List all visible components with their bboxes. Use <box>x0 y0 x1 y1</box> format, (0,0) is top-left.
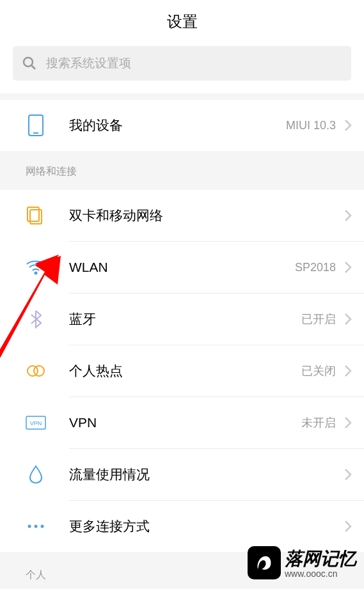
row-value: 未开启 <box>301 415 336 430</box>
chevron-right-icon <box>344 467 352 482</box>
row-value: SP2018 <box>295 261 336 274</box>
wlan-row[interactable]: WLAN SP2018 <box>0 242 364 293</box>
watermark-title: 落网记忆 <box>285 547 356 571</box>
watermark-url: www.oooc.cn <box>285 569 356 579</box>
search-container: 搜索系统设置项 <box>0 40 364 93</box>
hotspot-icon <box>26 361 46 381</box>
chevron-right-icon <box>344 416 352 430</box>
vpn-icon: VPN <box>26 412 46 433</box>
svg-point-8 <box>34 366 44 376</box>
svg-text:VPN: VPN <box>30 420 42 427</box>
row-label: 我的设备 <box>69 116 286 134</box>
svg-line-1 <box>32 66 36 70</box>
svg-point-12 <box>35 525 38 528</box>
data-usage-row[interactable]: 流量使用情况 <box>0 449 364 500</box>
device-section: 我的设备 MIUI 10.3 <box>0 100 364 151</box>
network-section-header: 网络和连接 <box>0 151 364 190</box>
watermark-text: 落网记忆 www.oooc.cn <box>285 547 356 579</box>
svg-point-6 <box>35 272 37 274</box>
watermark: 落网记忆 www.oooc.cn <box>248 546 356 579</box>
water-drop-icon <box>26 464 46 485</box>
watermark-logo-icon <box>248 546 281 579</box>
search-placeholder: 搜索系统设置项 <box>46 55 131 72</box>
bluetooth-icon <box>26 309 46 329</box>
wifi-icon <box>26 257 46 278</box>
row-label: 蓝牙 <box>69 310 301 328</box>
device-icon <box>26 115 46 136</box>
header: 设置 <box>0 0 364 40</box>
page-title: 设置 <box>0 12 364 32</box>
more-icon <box>26 516 46 537</box>
chevron-right-icon <box>344 364 352 378</box>
row-value: MIUI 10.3 <box>286 119 336 132</box>
row-label: 更多连接方式 <box>69 517 336 535</box>
chevron-right-icon <box>344 312 352 326</box>
chevron-right-icon <box>344 118 352 132</box>
row-label: VPN <box>69 415 301 430</box>
sim-row[interactable]: 双卡和移动网络 <box>0 190 364 241</box>
vpn-row[interactable]: VPN VPN 未开启 <box>0 397 364 448</box>
row-label: 个人热点 <box>69 362 301 380</box>
row-value: 已关闭 <box>301 363 336 379</box>
my-device-row[interactable]: 我的设备 MIUI 10.3 <box>0 100 364 151</box>
row-label: 流量使用情况 <box>69 466 336 483</box>
chevron-right-icon <box>344 208 352 223</box>
bluetooth-row[interactable]: 蓝牙 已开启 <box>0 294 364 345</box>
svg-point-11 <box>28 525 31 528</box>
more-connections-row[interactable]: 更多连接方式 <box>0 501 364 552</box>
network-section: 双卡和移动网络 WLAN SP2018 蓝牙 已开启 <box>0 190 364 552</box>
search-icon <box>22 56 37 71</box>
row-label: WLAN <box>69 260 295 275</box>
chevron-right-icon <box>344 260 352 274</box>
sim-icon <box>26 205 46 226</box>
svg-point-0 <box>24 58 33 67</box>
svg-point-13 <box>41 525 44 528</box>
hotspot-row[interactable]: 个人热点 已关闭 <box>0 345 364 397</box>
row-label: 双卡和移动网络 <box>69 207 336 224</box>
search-input[interactable]: 搜索系统设置项 <box>13 46 351 81</box>
row-value: 已开启 <box>301 311 336 327</box>
chevron-right-icon <box>344 519 352 533</box>
